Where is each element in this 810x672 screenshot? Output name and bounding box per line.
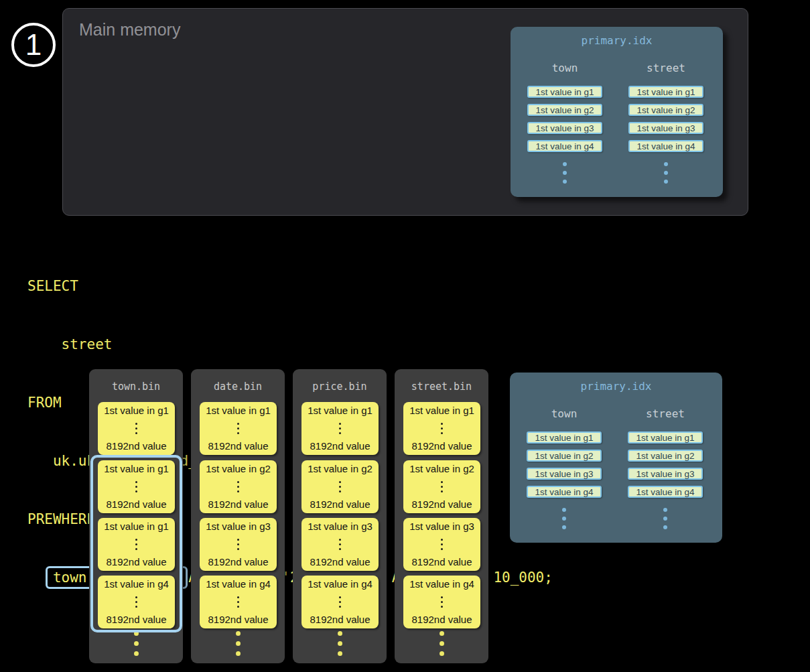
granule-ellipsis (237, 481, 239, 492)
granule-ellipsis (441, 596, 443, 608)
granule-first-value: 1st value in g1 (409, 405, 474, 416)
ellipsis-dots (191, 631, 285, 656)
index-entry-chip: 1st value in g4 (527, 140, 602, 152)
granule-block: 1st value in g3 8192nd value (200, 518, 277, 571)
granule-last-value: 8192nd value (310, 614, 370, 625)
granule-last-value: 8192nd value (411, 498, 472, 510)
granule-last-value: 8192nd value (208, 614, 268, 625)
granule-block: 1st value in g1 8192nd value (403, 402, 480, 455)
ellipsis-dots (527, 508, 602, 529)
granule-block: 1st value in g2 8192nd value (403, 460, 480, 513)
bin-file-card-street: street.bin 1st value in g1 8192nd value … (395, 369, 488, 663)
granule-ellipsis (441, 539, 443, 550)
granule-last-value: 8192nd value (208, 498, 268, 510)
index-entry-list: 1st value in g1 1st value in g2 1st valu… (527, 86, 602, 152)
index-entry-chip: 1st value in g3 (628, 468, 703, 480)
sql-line: SELECT (27, 277, 553, 296)
granule-first-value: 1st value in g2 (308, 463, 373, 474)
bin-file-title: street.bin (395, 381, 488, 393)
ellipsis-dots (628, 162, 703, 184)
index-entry-chip: 1st value in g3 (527, 122, 602, 134)
index-entry-chip: 1st value in g2 (527, 104, 602, 116)
granule-last-value: 8192nd value (106, 498, 166, 510)
index-entry-list: 1st value in g1 1st value in g2 1st valu… (527, 431, 602, 498)
index-entry-chip: 1st value in g1 (527, 431, 602, 444)
granule-block: 1st value in g4 8192nd value (200, 576, 277, 628)
ellipsis-dots (293, 631, 387, 656)
granule-block: 1st value in g1 8192nd value (98, 402, 175, 455)
granule-ellipsis (135, 596, 137, 608)
granule-block: 1st value in g1 8192nd value (98, 460, 175, 513)
ellipsis-dots (395, 631, 488, 656)
granule-block: 1st value in g3 8192nd value (403, 518, 480, 571)
index-column-header: town (527, 407, 602, 421)
index-entry-chip: 1st value in g3 (527, 468, 602, 480)
granule-ellipsis (135, 423, 137, 434)
granule-ellipsis (135, 539, 137, 550)
index-column-header: street (628, 62, 703, 75)
index-column-street: street 1st value in g1 1st value in g2 1… (628, 62, 703, 184)
index-entry-chip: 1st value in g4 (527, 486, 602, 498)
granule-first-value: 1st value in g1 (104, 405, 169, 416)
index-entry-chip: 1st value in g1 (527, 86, 602, 98)
granule-last-value: 8192nd value (208, 440, 268, 452)
granule-last-value: 8192nd value (411, 440, 472, 452)
granule-last-value: 8192nd value (310, 498, 370, 510)
granule-last-value: 8192nd value (310, 556, 370, 567)
granule-last-value: 8192nd value (106, 440, 166, 452)
index-entry-chip: 1st value in g1 (628, 86, 703, 98)
granule-last-value: 8192nd value (411, 556, 472, 567)
granule-ellipsis (441, 481, 443, 492)
granule-block: 1st value in g4 8192nd value (301, 576, 379, 628)
granule-ellipsis (339, 423, 341, 434)
index-column-street: street 1st value in g1 1st value in g2 1… (628, 407, 703, 529)
index-column-town: town 1st value in g1 1st value in g2 1st… (527, 62, 602, 184)
granule-block: 1st value in g1 8192nd value (200, 402, 277, 455)
bin-file-card-town: town.bin 1st value in g1 8192nd value 1s… (89, 369, 183, 663)
index-entry-chip: 1st value in g2 (628, 450, 703, 462)
primary-index-title: primary.idx (511, 34, 723, 47)
granule-block: 1st value in g1 8192nd value (98, 518, 175, 571)
granule-first-value: 1st value in g2 (206, 463, 271, 474)
granule-first-value: 1st value in g1 (206, 405, 271, 416)
granule-ellipsis (135, 481, 137, 492)
granule-ellipsis (441, 423, 443, 434)
index-column-town: town 1st value in g1 1st value in g2 1st… (527, 407, 602, 529)
primary-index-card-memory: primary.idx town 1st value in g1 1st val… (511, 27, 723, 197)
granule-first-value: 1st value in g3 (409, 521, 474, 532)
granule-block: 1st value in g1 8192nd value (301, 402, 379, 455)
granule-first-value: 1st value in g1 (104, 521, 169, 532)
granule-block: 1st value in g3 8192nd value (301, 518, 379, 571)
granule-ellipsis (339, 481, 341, 492)
granule-block: 1st value in g4 8192nd value (403, 576, 480, 628)
index-entry-list: 1st value in g1 1st value in g2 1st valu… (628, 86, 703, 152)
index-entry-chip: 1st value in g2 (527, 450, 602, 462)
primary-index-title: primary.idx (510, 380, 722, 393)
granule-ellipsis (237, 423, 239, 434)
granule-last-value: 8192nd value (411, 614, 472, 625)
index-column-header: town (527, 62, 602, 75)
index-entry-chip: 1st value in g4 (628, 140, 703, 152)
granule-first-value: 1st value in g4 (409, 578, 474, 590)
granule-first-value: 1st value in g3 (206, 521, 271, 532)
index-column-header: street (628, 407, 703, 421)
index-entry-chip: 1st value in g1 (628, 431, 703, 444)
sql-line: street (27, 335, 553, 354)
granule-ellipsis (339, 539, 341, 550)
granule-last-value: 8192nd value (106, 556, 166, 567)
granule-block: 1st value in g2 8192nd value (200, 460, 277, 513)
bin-file-title: price.bin (293, 381, 387, 393)
bin-file-card-date: date.bin 1st value in g1 8192nd value 1s… (191, 369, 285, 663)
granule-last-value: 8192nd value (310, 440, 370, 452)
ellipsis-dots (89, 631, 183, 656)
granule-ellipsis (339, 596, 341, 608)
granule-first-value: 1st value in g2 (409, 463, 474, 474)
main-memory-title: Main memory (79, 20, 180, 40)
granule-ellipsis (237, 539, 239, 550)
granule-first-value: 1st value in g4 (308, 578, 373, 590)
granule-last-value: 8192nd value (106, 614, 166, 625)
bin-file-title: date.bin (191, 381, 285, 393)
ellipsis-dots (628, 508, 703, 529)
granule-first-value: 1st value in g1 (308, 405, 373, 416)
ellipsis-dots (527, 162, 602, 184)
